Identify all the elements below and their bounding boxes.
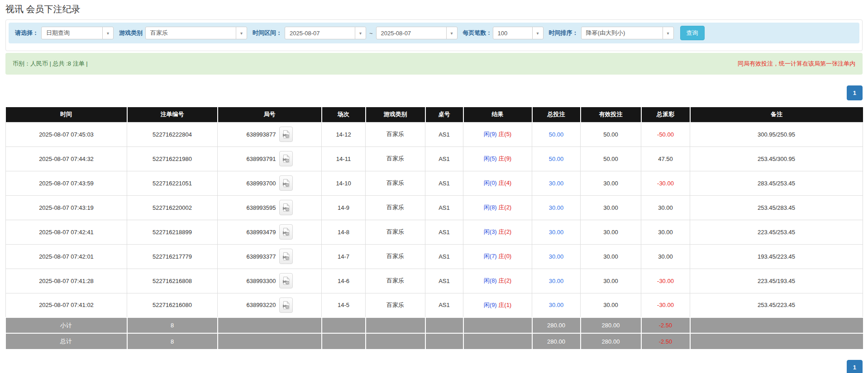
result-banker: 庄(2) <box>498 277 511 284</box>
cell-table-no: AS1 <box>425 171 463 195</box>
cell-session: 14-9 <box>322 195 366 220</box>
cell-valid-bet: 50.00 <box>581 146 641 171</box>
cell-valid-bet: 30.00 <box>581 195 641 220</box>
cell-session: 14-10 <box>322 171 366 195</box>
cell-round-id <box>218 317 322 333</box>
video-replay-button[interactable] <box>279 297 293 313</box>
cell-table-no: AS1 <box>425 146 463 171</box>
date-from-select[interactable]: 2025-08-07 ▾ <box>285 27 366 39</box>
page-1-button[interactable]: 1 <box>847 360 863 373</box>
round-id-value: 638993595 <box>246 204 276 211</box>
cell-result: 闲(5) 庄(9) <box>463 146 532 171</box>
total-bet-link[interactable]: 50.00 <box>549 131 564 138</box>
result-player: 闲(7) <box>484 253 497 260</box>
round-cell: 638993220 <box>219 297 320 313</box>
page-1-button[interactable]: 1 <box>847 85 863 100</box>
page-size-value: 100 <box>493 30 512 37</box>
result-player: 闲(0) <box>484 179 497 186</box>
pagination-bottom: 1 <box>5 360 863 373</box>
video-replay-button[interactable] <box>279 200 293 215</box>
col-header-round-id: 局号 <box>218 107 322 122</box>
cell-valid-bet: 50.00 <box>581 122 641 146</box>
page-title: 视讯 会员下注纪录 <box>0 0 868 19</box>
summary-note: 同局有效投注，统一计算在该局第一张注单内 <box>738 60 855 68</box>
result-player: 闲(3) <box>484 228 497 235</box>
cell-total-bet: 280.00 <box>532 333 581 349</box>
cell-result: 闲(7) 庄(0) <box>463 244 532 269</box>
result-banker: 庄(9) <box>498 155 511 162</box>
video-file-icon <box>282 130 290 139</box>
sort-order-select[interactable]: 降幂(由大到小) ▾ <box>581 27 674 39</box>
col-header-result: 结果 <box>463 107 532 122</box>
search-button[interactable]: 查询 <box>680 26 705 40</box>
video-replay-button[interactable] <box>279 175 293 191</box>
cell-valid-bet: 30.00 <box>581 220 641 244</box>
video-replay-button[interactable] <box>279 249 293 264</box>
table-row: 2025-08-07 07:41:28522716216808638993300… <box>6 269 863 293</box>
cell-round-id <box>218 333 322 349</box>
cell-round-id: 638993300 <box>218 269 322 293</box>
cell-time: 2025-08-07 07:42:41 <box>6 220 127 244</box>
date-to-select[interactable]: 2025-08-07 ▾ <box>376 27 458 39</box>
cell-session: 14-12 <box>322 122 366 146</box>
cell-remark: 253.45/223.45 <box>690 293 863 317</box>
chevron-down-icon: ▾ <box>236 27 247 39</box>
video-replay-button[interactable] <box>279 224 293 240</box>
cell-time: 2025-08-07 07:44:32 <box>6 146 127 171</box>
date-to-value: 2025-08-07 <box>377 30 416 37</box>
table-row: 2025-08-07 07:42:41522716218899638993479… <box>6 220 863 244</box>
col-header-session: 场次 <box>322 107 366 122</box>
query-type-select[interactable]: 日期查询 ▾ <box>41 27 114 39</box>
cell-table-no: AS1 <box>425 220 463 244</box>
cell-result <box>463 333 532 349</box>
cell-round-id: 638993377 <box>218 244 322 269</box>
cell-payout: -30.00 <box>641 171 690 195</box>
cell-game-type <box>366 333 425 349</box>
video-replay-button[interactable] <box>279 127 293 142</box>
pagination-top: 1 <box>5 85 863 100</box>
cell-table-no <box>425 333 463 349</box>
round-cell: 638993595 <box>219 200 320 215</box>
video-replay-button[interactable] <box>279 151 293 166</box>
total-bet-link[interactable]: 30.00 <box>549 204 564 211</box>
cell-round-id: 638993791 <box>218 146 322 171</box>
cell-game-type: 百家乐 <box>366 171 425 195</box>
cell-game-type: 百家乐 <box>366 269 425 293</box>
cell-total-bet: 30.00 <box>532 171 581 195</box>
cell-result: 闲(9) 庄(1) <box>463 293 532 317</box>
page-size-select[interactable]: 100 ▾ <box>493 27 544 39</box>
total-bet-link[interactable]: 30.00 <box>549 253 564 260</box>
game-type-select[interactable]: 百家乐 ▾ <box>145 27 247 39</box>
cell-total-bet: 30.00 <box>532 244 581 269</box>
table-row: 2025-08-07 07:43:19522716220002638993595… <box>6 195 863 220</box>
video-file-icon <box>282 252 290 261</box>
cell-bet-id: 522716221980 <box>127 146 218 171</box>
cell-session: 14-11 <box>322 146 366 171</box>
total-bet-link[interactable]: 30.00 <box>549 278 564 284</box>
cell-payout: -2.50 <box>641 317 690 333</box>
cell-remark <box>690 333 863 349</box>
cell-round-id: 638993595 <box>218 195 322 220</box>
cell-session: 14-6 <box>322 269 366 293</box>
round-cell: 638993700 <box>219 175 320 191</box>
col-header-total-bet: 总投注 <box>532 107 581 122</box>
cell-table-no: AS1 <box>425 269 463 293</box>
summary-row-小计: 小计8280.00280.00-2.50 <box>6 317 863 333</box>
summary-currency-count: 币别：人民币 | 总共 :8 注单 | <box>13 60 88 68</box>
cell-time: 2025-08-07 07:43:59 <box>6 171 127 195</box>
round-cell: 638993877 <box>219 127 320 142</box>
total-bet-link[interactable]: 30.00 <box>549 302 564 308</box>
round-id-value: 638993791 <box>246 156 276 162</box>
cell-session: 14-7 <box>322 244 366 269</box>
total-bet-link[interactable]: 50.00 <box>549 156 564 162</box>
cell-round-id: 638993700 <box>218 171 322 195</box>
video-replay-button[interactable] <box>279 273 293 288</box>
result-player: 闲(9) <box>484 302 497 308</box>
result-banker: 庄(2) <box>498 204 511 211</box>
cell-game-type: 百家乐 <box>366 146 425 171</box>
cell-payout: -30.00 <box>641 293 690 317</box>
total-bet-link[interactable]: 30.00 <box>549 229 564 236</box>
video-file-icon <box>282 179 290 188</box>
total-bet-link[interactable]: 30.00 <box>549 180 564 187</box>
cell-time: 小计 <box>6 317 127 333</box>
